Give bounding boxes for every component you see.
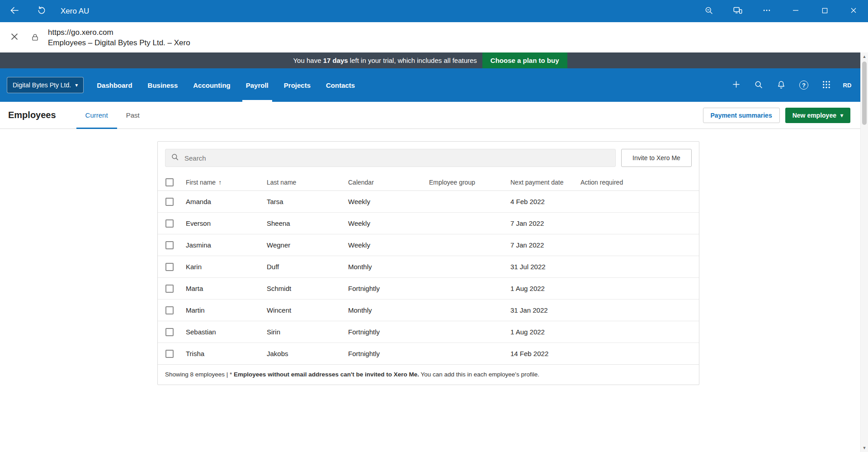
- row-checkbox[interactable]: [165, 241, 174, 249]
- app-window: Xero AU: [0, 0, 868, 452]
- close-window-button[interactable]: [839, 0, 868, 22]
- send-to-device-button[interactable]: [723, 0, 752, 22]
- tab-past[interactable]: Past: [117, 102, 149, 128]
- table-row[interactable]: Martin Wincent Monthly 31 Jan 2022: [158, 299, 699, 321]
- notifications-button[interactable]: [771, 75, 791, 95]
- search-box: [165, 149, 616, 167]
- cell-next-payment-date: 4 Feb 2022: [510, 190, 580, 212]
- apps-grid-button[interactable]: [816, 75, 836, 95]
- cell-employee-group: [429, 212, 510, 234]
- add-button[interactable]: [726, 75, 746, 95]
- new-employee-button[interactable]: New employee ▾: [785, 108, 850, 123]
- zoom-out-search-icon: [704, 6, 713, 16]
- cell-calendar: Fortnightly: [348, 277, 429, 299]
- nav-item-payroll[interactable]: Payroll: [238, 68, 276, 102]
- cell-employee-group: [429, 190, 510, 212]
- cell-next-payment-date: 7 Jan 2022: [510, 212, 580, 234]
- row-checkbox[interactable]: [165, 198, 174, 206]
- cell-first-name: Amanda: [186, 190, 267, 212]
- nav-item-accounting[interactable]: Accounting: [185, 68, 238, 102]
- cell-first-name: Karin: [186, 256, 267, 277]
- select-all-checkbox[interactable]: [165, 178, 174, 186]
- page-scrollbar[interactable]: ▲ ▼: [860, 52, 868, 452]
- payment-summaries-button[interactable]: Payment summaries: [703, 108, 780, 123]
- scroll-down-arrow[interactable]: ▼: [861, 444, 868, 452]
- grid-icon: [822, 80, 831, 90]
- cell-calendar: Fortnightly: [348, 321, 429, 343]
- cell-employee-group: [429, 321, 510, 343]
- nav-item-projects[interactable]: Projects: [276, 68, 318, 102]
- employee-table-body: Amanda Tarsa Weekly 4 Feb 2022 Everson S…: [158, 190, 699, 364]
- scrollbar-thumb[interactable]: [862, 62, 867, 125]
- scroll-up-arrow[interactable]: ▲: [861, 52, 868, 61]
- zoom-search-button[interactable]: [694, 0, 723, 22]
- cell-first-name: Sebastian: [186, 321, 267, 343]
- table-footer: Showing 8 employees | * Employees withou…: [158, 364, 699, 385]
- nav-item-business[interactable]: Business: [140, 68, 186, 102]
- close-page-button[interactable]: [6, 29, 23, 46]
- row-checkbox[interactable]: [165, 285, 174, 293]
- column-header-action-required[interactable]: Action required: [580, 174, 699, 190]
- minimize-button[interactable]: [781, 0, 810, 22]
- card-toolbar: Invite to Xero Me: [158, 142, 699, 174]
- row-checkbox[interactable]: [165, 328, 174, 336]
- trial-banner: You have 17 days left in your trial, whi…: [0, 52, 860, 68]
- window-menu-button[interactable]: [752, 0, 781, 22]
- help-button[interactable]: ?: [794, 75, 814, 95]
- send-to-device-icon: [733, 5, 743, 17]
- cell-last-name: Wegner: [267, 234, 348, 256]
- table-row[interactable]: Everson Sheena Weekly 7 Jan 2022: [158, 212, 699, 234]
- page-title-text: Employees – Digital Bytes Pty Ltd. – Xer…: [48, 38, 190, 48]
- choose-plan-button[interactable]: Choose a plan to buy: [482, 52, 567, 68]
- cell-action-required: [580, 190, 699, 212]
- search-input[interactable]: [184, 154, 610, 162]
- page-url: https://go.xero.com: [48, 27, 190, 38]
- column-header-first-name[interactable]: First name↑: [186, 174, 267, 190]
- employee-tabs: Current Past: [76, 102, 149, 128]
- sort-asc-icon: ↑: [218, 179, 222, 186]
- search-button[interactable]: [749, 75, 769, 95]
- maximize-icon: [822, 8, 828, 15]
- row-checkbox[interactable]: [165, 306, 174, 314]
- minimize-icon: [793, 7, 799, 15]
- org-selector[interactable]: Digital Bytes Pty Ltd. ▾: [7, 77, 84, 93]
- nav-item-dashboard[interactable]: Dashboard: [89, 68, 140, 102]
- table-row[interactable]: Jasmina Wegner Weekly 7 Jan 2022: [158, 234, 699, 256]
- column-header-last-name[interactable]: Last name: [267, 174, 348, 190]
- nav-actions: ? RD: [726, 75, 855, 95]
- maximize-button[interactable]: [810, 0, 839, 22]
- refresh-button[interactable]: [31, 0, 52, 22]
- column-header-calendar[interactable]: Calendar: [348, 174, 429, 190]
- invite-xero-me-button[interactable]: Invite to Xero Me: [621, 149, 692, 167]
- cell-next-payment-date: 7 Jan 2022: [510, 234, 580, 256]
- cell-last-name: Tarsa: [267, 190, 348, 212]
- help-icon: ?: [799, 81, 808, 90]
- cell-first-name: Everson: [186, 212, 267, 234]
- table-row[interactable]: Trisha Jakobs Fortnightly 14 Feb 2022: [158, 343, 699, 364]
- user-avatar[interactable]: RD: [839, 77, 855, 93]
- plus-icon: [731, 80, 741, 90]
- new-employee-label: New employee: [793, 112, 836, 119]
- cell-first-name: Martin: [186, 299, 267, 321]
- nav-item-contacts[interactable]: Contacts: [318, 68, 363, 102]
- cell-next-payment-date: 1 Aug 2022: [510, 321, 580, 343]
- cell-next-payment-date: 1 Aug 2022: [510, 277, 580, 299]
- table-row[interactable]: Marta Schmidt Fortnightly 1 Aug 2022: [158, 277, 699, 299]
- table-header-row: First name↑ Last name Calendar Employee …: [158, 174, 699, 190]
- column-header-employee-group[interactable]: Employee group: [429, 174, 510, 190]
- refresh-icon: [37, 5, 47, 17]
- table-row[interactable]: Karin Duff Monthly 31 Jul 2022: [158, 256, 699, 277]
- column-header-next-payment-date[interactable]: Next payment date: [510, 174, 580, 190]
- row-checkbox[interactable]: [165, 219, 174, 228]
- tab-current[interactable]: Current: [76, 102, 117, 128]
- cell-calendar: Monthly: [348, 256, 429, 277]
- header-actions: Payment summaries New employee ▾: [703, 102, 850, 128]
- cell-action-required: [580, 277, 699, 299]
- row-checkbox[interactable]: [165, 263, 174, 271]
- close-icon: [850, 7, 857, 15]
- row-checkbox[interactable]: [165, 350, 174, 358]
- table-row[interactable]: Amanda Tarsa Weekly 4 Feb 2022: [158, 190, 699, 212]
- back-button[interactable]: [4, 0, 25, 22]
- cell-last-name: Wincent: [267, 299, 348, 321]
- table-row[interactable]: Sebastian Sirin Fortnightly 1 Aug 2022: [158, 321, 699, 343]
